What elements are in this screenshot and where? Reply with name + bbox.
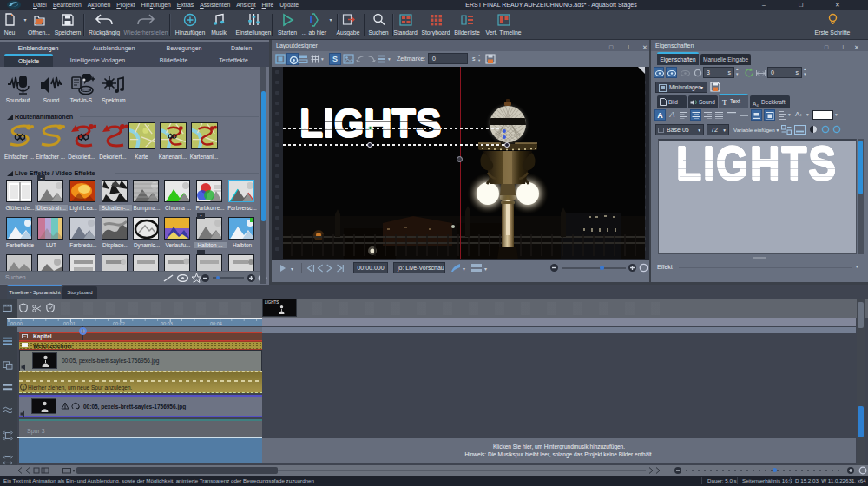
svg-text:1: 1 xyxy=(23,385,25,391)
svg-text:00:00: 00:00 xyxy=(10,321,23,326)
svg-text:00:01: 00:01 xyxy=(63,321,76,326)
svg-text:00:02: 00:02 xyxy=(113,321,125,326)
svg-text:00:04: 00:04 xyxy=(210,321,222,326)
svg-text:00:03: 00:03 xyxy=(161,321,173,326)
